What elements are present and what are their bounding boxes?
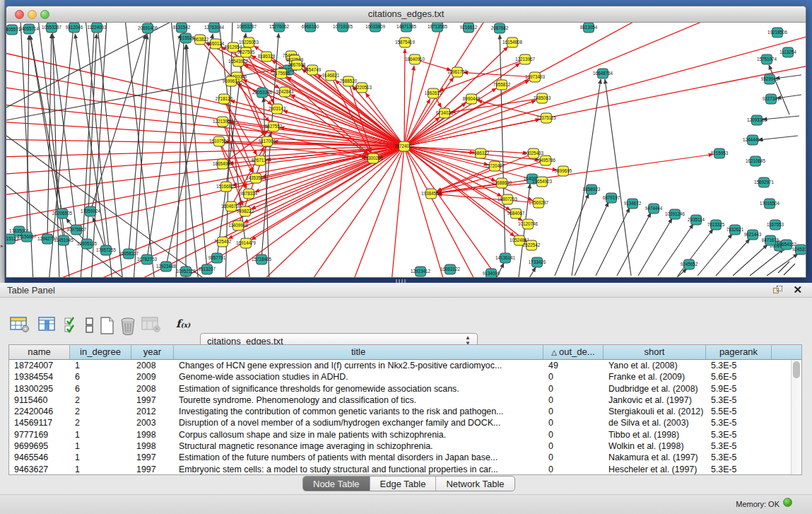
cell-pagerank[interactable]: 5.3E-5 — [706, 417, 772, 428]
cell-in_degree[interactable]: 1 — [70, 440, 131, 452]
table-row[interactable]: 977716911998Corpus callosum shape and si… — [9, 429, 801, 440]
column-chooser-icon[interactable] — [38, 316, 57, 333]
table-row[interactable]: 1830029562008Estimation of significance … — [9, 383, 801, 395]
cell-name[interactable]: 9699695 — [9, 440, 70, 452]
cell-year[interactable]: 2012 — [131, 406, 174, 417]
cell-in_degree[interactable]: 2 — [70, 406, 131, 417]
close-panel-icon[interactable]: ✕ — [793, 284, 802, 296]
cell-short[interactable]: Stergiakouli et al. (2012) — [604, 406, 706, 417]
cell-pagerank[interactable]: 5.3E-5 — [706, 464, 772, 475]
graph-node[interactable]: 10719185 — [333, 23, 353, 32]
cell-short[interactable]: Franke et al. (2009) — [604, 371, 706, 382]
cell-name[interactable]: 18300295 — [9, 383, 70, 395]
tab-node-table[interactable]: Node Table — [303, 477, 370, 491]
graph-node[interactable]: 8454749 — [304, 65, 322, 75]
float-panel-icon[interactable] — [773, 286, 782, 295]
cell-in_degree[interactable]: 1 — [70, 429, 131, 440]
graph-node[interactable]: 2087682 — [491, 23, 509, 33]
graph-node[interactable]: 15166825 — [216, 182, 237, 192]
graph-node[interactable]: 12905135 — [77, 239, 98, 249]
graph-node[interactable]: 14136141 — [495, 253, 516, 263]
graph-node[interactable]: 8215953 — [711, 148, 729, 158]
scrollbar-thumb[interactable] — [793, 361, 800, 378]
graph-node[interactable]: 16033809 — [365, 23, 386, 32]
network-window-titlebar[interactable]: citations_edges.txt — [6, 6, 806, 23]
cell-in_degree[interactable]: 1 — [70, 360, 131, 371]
graph-node[interactable]: 6879197 — [603, 193, 620, 203]
cell-in_degree[interactable]: 2 — [70, 395, 131, 406]
graph-node[interactable]: 9216612 — [460, 23, 478, 33]
graph-node[interactable]: 20691406 — [138, 23, 158, 33]
cell-out_de_[interactable]: 0 — [543, 395, 604, 406]
cell-pagerank[interactable]: 5.9E-5 — [706, 383, 772, 395]
graph-node[interactable]: 2935114 — [688, 215, 705, 225]
graph-node[interactable]: 9134009 — [483, 269, 500, 277]
new-table-icon[interactable] — [98, 316, 116, 336]
cell-name[interactable]: 18724007 — [9, 360, 70, 371]
graph-node[interactable]: 11224093 — [87, 23, 107, 33]
cell-pagerank[interactable]: 5.3E-5 — [706, 360, 772, 371]
table-row[interactable]: 1938455462009Genome-wide association stu… — [9, 371, 801, 382]
graph-node[interactable]: 14871385 — [396, 23, 417, 32]
tab-edge-table[interactable]: Edge Table — [370, 477, 436, 491]
network-graph[interactable]: 2405571240557141055328793120461122409320… — [6, 23, 806, 277]
graph-node[interactable]: 7485063 — [534, 93, 551, 103]
table-row[interactable]: 1456911722003Disruption of a novel membe… — [9, 417, 801, 428]
cell-year[interactable]: 1998 — [131, 429, 174, 440]
cell-out_de_[interactable]: 0 — [543, 464, 604, 475]
cell-year[interactable]: 2008 — [131, 383, 174, 395]
cell-name[interactable]: 9777169 — [9, 429, 70, 440]
graph-node[interactable]: 15875419 — [395, 37, 416, 47]
graph-node[interactable]: 2803143 — [269, 104, 286, 114]
graph-node[interactable]: 10120746 — [518, 219, 539, 229]
graph-node[interactable]: 10391246 — [665, 209, 686, 219]
graph-node[interactable]: 9021443 — [744, 230, 762, 240]
graph-node[interactable]: 17569287 — [529, 198, 549, 208]
graph-node[interactable]: 8858923 — [583, 185, 601, 194]
graph-node[interactable]: 17359924 — [81, 206, 101, 216]
zoom-button[interactable] — [40, 10, 49, 19]
cell-pagerank[interactable]: 5.3E-5 — [706, 440, 772, 452]
network-view[interactable]: 2405571240557141055328793120461122409320… — [6, 23, 806, 277]
cell-pagerank[interactable]: 5.5E-5 — [706, 406, 772, 417]
cell-pagerank[interactable]: 5.6E-5 — [706, 371, 772, 382]
select-columns-icon[interactable] — [64, 316, 79, 334]
graph-node[interactable]: 19218506 — [767, 28, 788, 37]
graph-node[interactable]: 15692971 — [754, 177, 775, 187]
cell-title[interactable]: Investigating the contribution of common… — [174, 406, 543, 417]
cell-name[interactable]: 14569117 — [9, 417, 70, 428]
graph-node[interactable]: 18640910 — [405, 54, 425, 64]
graph-node[interactable]: 17957255 — [96, 245, 117, 255]
cell-pagerank[interactable]: 5.3E-5 — [706, 452, 772, 463]
graph-node[interactable]: 15751074 — [757, 54, 777, 64]
delete-column-icon[interactable] — [119, 316, 139, 336]
cell-name[interactable]: 9465546 — [9, 452, 70, 463]
cell-in_degree[interactable]: 2 — [70, 417, 131, 428]
column-header-pagerank[interactable]: pagerank — [706, 345, 772, 359]
cell-name[interactable]: 9115460 — [9, 395, 70, 406]
cell-pagerank[interactable]: 5.3E-5 — [706, 395, 772, 406]
graph-node[interactable]: 1733426 — [529, 257, 546, 267]
graph-node[interactable]: 7832621 — [726, 225, 744, 235]
cell-short[interactable]: Tibbo et al. (1998) — [604, 429, 706, 440]
cell-out_de_[interactable]: 0 — [543, 440, 604, 452]
graph-node[interactable]: 8131542 — [173, 23, 191, 33]
graph-node[interactable]: 10653287 — [237, 23, 257, 32]
graph-node[interactable]: 16063122 — [440, 264, 461, 274]
graph-node[interactable]: 24055714 — [19, 24, 40, 34]
cell-title[interactable]: Corpus callosum shape and size in male p… — [174, 429, 543, 440]
cell-title[interactable]: Estimation of significance thresholds fo… — [174, 383, 543, 395]
cell-name[interactable]: 9463627 — [9, 464, 70, 475]
cell-short[interactable]: Jankovic et al. (1997) — [604, 395, 706, 406]
cell-short[interactable]: Yano et al. (2008) — [604, 360, 706, 371]
column-header-out_de_[interactable]: △out_de... — [543, 345, 604, 359]
graph-node[interactable]: 12213967 — [515, 54, 536, 64]
table-row[interactable]: 1872400712008Changes of HCN gene express… — [9, 360, 801, 371]
cell-short[interactable]: Nakamura et al. (1997) — [604, 452, 706, 463]
vertical-scrollbar[interactable] — [791, 360, 801, 475]
cell-pagerank[interactable]: 5.3E-5 — [706, 429, 772, 440]
cell-year[interactable]: 2008 — [131, 360, 174, 371]
cell-title[interactable]: Genome-wide association studies in ADHD. — [174, 371, 543, 382]
graph-node[interactable]: 10553287 — [42, 23, 62, 33]
cell-name[interactable]: 19384554 — [9, 371, 70, 382]
